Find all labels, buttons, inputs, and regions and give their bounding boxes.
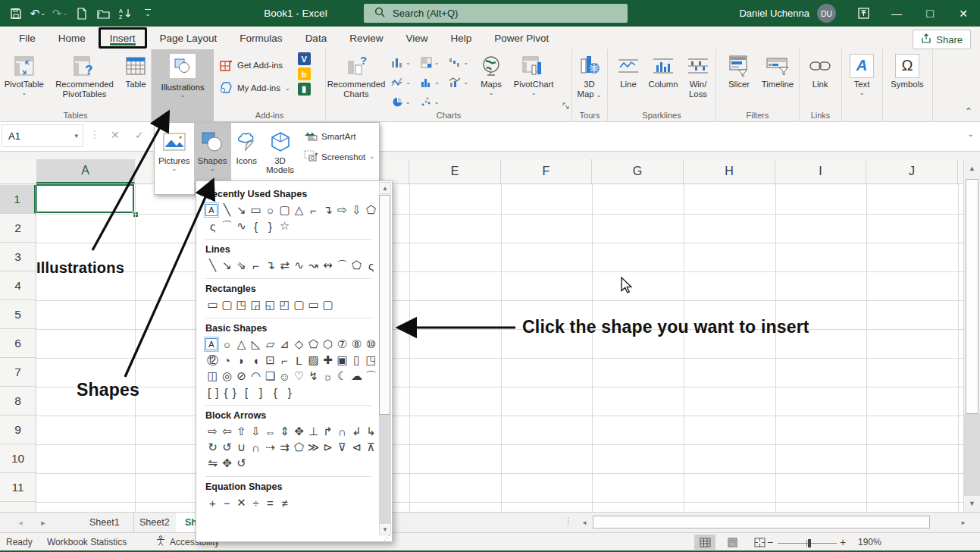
- shape-item[interactable]: ↯: [306, 369, 321, 384]
- shape-item[interactable]: ⑫: [205, 353, 220, 368]
- shape-item[interactable]: ⬠: [349, 258, 364, 273]
- shape-item[interactable]: ☺: [277, 369, 292, 384]
- ribbon-tab[interactable]: Help: [439, 27, 483, 49]
- timeline-button[interactable]: Timeline: [757, 49, 798, 89]
- ribbon-tab[interactable]: Power Pivot: [483, 27, 560, 49]
- shape-item[interactable]: ∿: [234, 218, 249, 234]
- shape-item[interactable]: ▣: [335, 353, 349, 368]
- shape-item[interactable]: ∩: [249, 440, 263, 455]
- shape-item[interactable]: ▢: [220, 297, 234, 312]
- horizontal-scroll-thumb[interactable]: [593, 516, 930, 528]
- shape-item[interactable]: {: [268, 384, 283, 400]
- scroll-up-icon[interactable]: ▲: [379, 182, 391, 194]
- gallery-scroll-track[interactable]: [379, 415, 391, 523]
- search-box[interactable]: Search (Alt+Q): [364, 4, 628, 23]
- vertical-scroll-thumb[interactable]: [966, 179, 978, 414]
- recommended-charts-button[interactable]: ? Recommended Charts: [326, 49, 387, 100]
- column-header-I[interactable]: I: [775, 159, 866, 183]
- zoom-level[interactable]: 190%: [858, 533, 881, 550]
- shape-item[interactable]: ◎: [220, 369, 234, 384]
- shape-item[interactable]: ÷: [249, 495, 263, 510]
- shape-item[interactable]: ▭: [249, 202, 263, 218]
- new-file-icon[interactable]: [72, 4, 92, 24]
- shape-item[interactable]: ◳: [234, 297, 249, 312]
- shape-item[interactable]: ✕: [234, 495, 249, 510]
- insert-line-chart-button[interactable]: ⌄: [387, 72, 415, 92]
- shape-item[interactable]: ↘: [234, 202, 249, 218]
- ribbon-tab[interactable]: Review: [338, 27, 394, 49]
- undo-icon[interactable]: ↶⌄: [28, 4, 48, 24]
- shape-item[interactable]: ◖: [249, 353, 263, 368]
- row-header-4[interactable]: 4: [0, 271, 36, 300]
- open-folder-icon[interactable]: [94, 4, 114, 24]
- close-button[interactable]: ✕: [947, 0, 980, 27]
- shape-item[interactable]: ≫: [306, 440, 321, 455]
- shape-item[interactable]: ↱: [321, 424, 335, 439]
- shape-item[interactable]: ⊥: [306, 424, 321, 439]
- row-header-7[interactable]: 7: [0, 358, 36, 387]
- insert-scatter-chart-button[interactable]: ⌄: [415, 92, 444, 111]
- smartart-button[interactable]: SmartArt: [304, 130, 374, 143]
- slicer-button[interactable]: Slicer: [721, 49, 757, 89]
- selected-cell-A1[interactable]: [36, 184, 134, 213]
- ribbon-tab[interactable]: Page Layout: [149, 27, 229, 49]
- next-sheet-icon[interactable]: ▸: [32, 513, 55, 532]
- sparkline-line-button[interactable]: Line: [612, 49, 644, 89]
- shape-item[interactable]: ∩: [335, 424, 349, 439]
- shape-item[interactable]: ↳: [364, 424, 378, 439]
- my-addins-button[interactable]: My Add-ins ⌄: [220, 77, 290, 99]
- page-layout-view-button[interactable]: [722, 535, 743, 550]
- insert-pie-chart-button[interactable]: ⌄: [387, 92, 415, 111]
- shape-item[interactable]: ⇢: [263, 440, 277, 455]
- confirm-entry-icon[interactable]: ✓: [135, 129, 144, 141]
- shape-item[interactable]: ↺: [234, 456, 249, 471]
- shape-item[interactable]: {: [249, 218, 263, 234]
- shape-item[interactable]: [ ]: [205, 384, 222, 400]
- ribbon-tab[interactable]: Insert: [99, 27, 147, 49]
- shape-item[interactable]: ≠: [277, 495, 292, 510]
- column-header-E[interactable]: E: [409, 159, 501, 183]
- zoom-in-button[interactable]: +: [840, 533, 846, 551]
- people-graph-icon[interactable]: ▮: [298, 83, 311, 96]
- row-header-12[interactable]: 12: [0, 502, 36, 512]
- shape-item[interactable]: ⇧: [234, 424, 249, 439]
- shape-item[interactable]: ╲: [205, 258, 220, 273]
- sort-ascending-icon[interactable]: AZ: [116, 4, 136, 24]
- shape-item[interactable]: ○: [263, 202, 277, 218]
- gallery-scrollbar[interactable]: ▲ ▼: [379, 182, 391, 535]
- minimize-button[interactable]: —: [880, 0, 913, 27]
- name-box[interactable]: A1▾: [2, 124, 83, 147]
- customize-qat-icon[interactable]: ⌄: [138, 4, 158, 24]
- shape-item[interactable]: ▢: [292, 297, 306, 312]
- shape-item[interactable]: ⇘: [234, 258, 249, 273]
- shape-item[interactable]: [: [240, 384, 254, 400]
- maximize-button[interactable]: □: [913, 0, 947, 27]
- ribbon-tab[interactable]: View: [394, 27, 439, 49]
- shape-item[interactable]: ▢: [277, 202, 292, 218]
- ribbon-tab[interactable]: Data: [294, 27, 339, 49]
- shape-item[interactable]: △: [234, 337, 249, 352]
- insert-statistic-chart-button[interactable]: ⌄: [415, 72, 444, 92]
- previous-sheet-icon[interactable]: ◂: [9, 513, 32, 532]
- shape-item[interactable]: ⊿: [277, 337, 292, 352]
- shape-item[interactable]: ◲: [249, 297, 263, 312]
- vertical-scroll-track[interactable]: [964, 414, 980, 496]
- zoom-out-button[interactable]: −: [767, 533, 773, 551]
- shape-item[interactable]: ╲: [220, 202, 234, 218]
- shape-item[interactable]: ◗: [234, 353, 249, 368]
- shape-item[interactable]: ⇉: [277, 440, 292, 455]
- shape-item[interactable]: ↘: [220, 258, 234, 273]
- column-header-A[interactable]: A: [36, 159, 135, 183]
- scroll-down-icon[interactable]: ▼: [964, 496, 980, 511]
- shape-item[interactable]: ⌐: [249, 258, 263, 273]
- row-header-11[interactable]: 11: [0, 473, 36, 502]
- shape-item[interactable]: ⬡: [321, 337, 335, 352]
- illustrations-button[interactable]: Illustrations ⌄: [152, 49, 214, 121]
- ribbon-tab[interactable]: Formulas: [228, 27, 293, 49]
- scroll-up-icon[interactable]: ▲: [964, 161, 980, 176]
- save-icon[interactable]: [6, 4, 26, 24]
- shape-item[interactable]: ⊳: [321, 440, 335, 455]
- shape-item[interactable]: ⑦: [335, 337, 349, 352]
- shape-item[interactable]: }: [283, 384, 297, 400]
- shape-item[interactable]: ς: [205, 218, 220, 234]
